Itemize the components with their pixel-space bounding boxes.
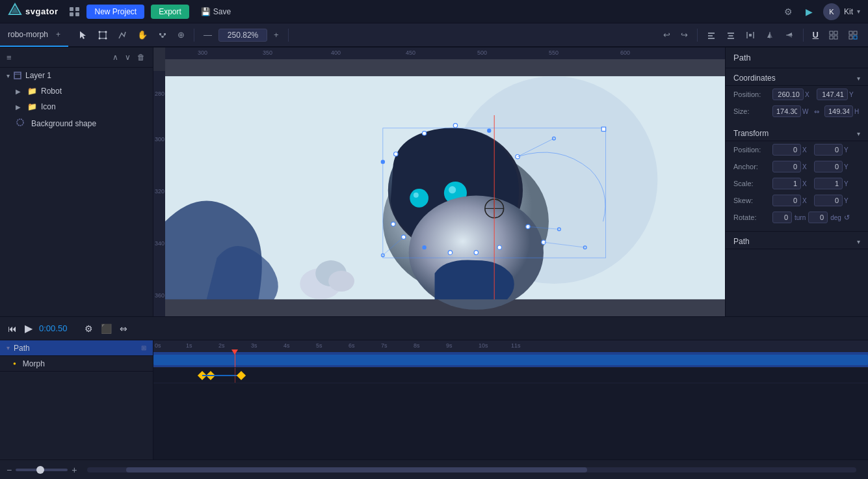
size-label: Size: xyxy=(733,107,772,115)
canvas-area: 300 350 400 450 500 550 600 280 300 320 … xyxy=(153,48,725,316)
size-w-input[interactable] xyxy=(772,105,801,117)
time-display[interactable]: 0:00.50 xyxy=(39,323,78,333)
resize-link-icon[interactable]: ⇔ xyxy=(814,108,819,115)
new-project-button[interactable]: New Project xyxy=(86,5,144,19)
anchor-x-input[interactable] xyxy=(772,161,801,172)
rotate-reset-icon[interactable]: ↺ xyxy=(844,213,850,222)
zoom-in-btn[interactable]: + xyxy=(270,27,283,42)
anchor-y-input[interactable] xyxy=(814,161,843,172)
delete-layer-button[interactable]: 🗑 xyxy=(136,51,146,63)
zoom-slider[interactable] xyxy=(16,469,68,471)
svg-rect-32 xyxy=(849,31,852,34)
layer-item-icon[interactable]: ▶ 📁 Icon xyxy=(0,99,153,115)
svg-point-68 xyxy=(474,251,478,254)
layer1-name: Layer 1 xyxy=(25,71,51,80)
timeline-settings-button[interactable]: ⚙ xyxy=(83,322,94,335)
position-x-input[interactable] xyxy=(772,89,804,100)
top-bar: svgator New Project Export 💾 Save ⚙ ▶ K … xyxy=(0,0,868,23)
timeline-bounce-button[interactable]: ⇔ xyxy=(118,322,129,335)
file-tab[interactable]: robo-morph + xyxy=(0,23,68,47)
scale-y-input[interactable] xyxy=(814,178,843,189)
main-area: ≡ ∧ ∨ 🗑 ▾ Layer 1 ▶ 📁 Robot ▶ 📁 Icon xyxy=(0,48,868,316)
path-layer-options-icon[interactable]: ⊞ xyxy=(141,344,146,351)
timeline-main: ▾ Path ⊞ ● Morph 0s 1s 2s 3s 4s 5s 6s 7s xyxy=(0,340,868,459)
export-button[interactable]: Export xyxy=(151,5,189,19)
size-w-axis: W xyxy=(802,108,809,115)
collapse-layers-button[interactable]: ∧ xyxy=(111,51,120,63)
zoom-in-tool[interactable]: ⊕ xyxy=(174,27,189,42)
anchor-y-axis: Y xyxy=(844,163,850,171)
transform-section-header[interactable]: Transform ▾ xyxy=(726,124,868,141)
play-button[interactable]: ▶ xyxy=(23,321,34,336)
file-tab-add-button[interactable]: + xyxy=(56,30,60,39)
path-section-header[interactable]: Path ▾ xyxy=(726,231,868,249)
svg-rect-21 xyxy=(749,34,752,36)
transform-pos-x-input[interactable] xyxy=(772,144,801,156)
svg-point-56 xyxy=(381,159,385,163)
position-y-input[interactable] xyxy=(817,89,848,100)
rotate-deg-input[interactable] xyxy=(808,212,828,223)
distribute-button[interactable] xyxy=(742,28,759,42)
scale-x-input[interactable] xyxy=(772,178,801,189)
skew-y-input[interactable] xyxy=(814,195,843,206)
node-tool[interactable] xyxy=(154,28,171,42)
hand-tool[interactable]: ✋ xyxy=(133,27,151,42)
underline-button[interactable]: U xyxy=(809,27,822,42)
layers-menu-icon[interactable]: ≡ xyxy=(7,53,12,62)
timeline-layer-path[interactable]: ▾ Path ⊞ xyxy=(0,340,153,356)
canvas-content[interactable] xyxy=(165,59,725,316)
path-edit-tool[interactable] xyxy=(114,28,131,42)
keyframe-end[interactable] xyxy=(237,371,246,380)
align-center-button[interactable] xyxy=(722,28,739,42)
skew-x-input[interactable] xyxy=(772,195,801,206)
layer-item-robot[interactable]: ▶ 📁 Robot xyxy=(0,83,153,99)
size-h-group: H xyxy=(824,105,861,117)
layer-item-layer1[interactable]: ▾ Layer 1 xyxy=(0,68,153,83)
timeline-scrollbar[interactable] xyxy=(87,467,856,472)
save-button[interactable]: 💾 Save xyxy=(196,5,236,19)
zoom-out-tool[interactable]: — xyxy=(200,27,216,42)
flip-h-button[interactable] xyxy=(761,28,778,42)
align-left-button[interactable] xyxy=(703,28,720,42)
more-options-button[interactable] xyxy=(845,28,861,42)
ruler-0s: 0s xyxy=(155,342,161,349)
transform-pos-y-input[interactable] xyxy=(814,144,843,156)
scale-y-axis: Y xyxy=(844,180,850,187)
rotate-val-input[interactable] xyxy=(772,212,792,223)
timeline-tracks xyxy=(153,352,868,383)
undo-button[interactable]: ↩ xyxy=(659,27,674,42)
timeline-scrollbar-thumb[interactable] xyxy=(126,467,588,472)
expand-layers-button[interactable]: ∨ xyxy=(124,51,132,63)
zoom-plus-button[interactable]: + xyxy=(72,465,77,475)
zoom-slider-thumb[interactable] xyxy=(36,466,44,474)
layer-item-background-shape[interactable]: Background shape xyxy=(0,115,153,132)
coordinates-section-header[interactable]: Coordinates ▾ xyxy=(726,68,868,86)
logo-icon xyxy=(8,3,22,20)
user-profile[interactable]: K Kit ▾ xyxy=(823,3,860,20)
grid-overlay-button[interactable] xyxy=(825,28,842,42)
flip-v-button[interactable] xyxy=(781,28,798,42)
svg-rect-34 xyxy=(849,36,852,39)
svg-rect-15 xyxy=(708,38,715,39)
playhead-line-morph xyxy=(235,368,235,383)
settings-icon-button[interactable]: ⚙ xyxy=(782,5,795,18)
select-tool[interactable] xyxy=(75,28,92,42)
coordinates-collapse-icon: ▾ xyxy=(857,75,860,82)
zoom-display[interactable]: 250.82% xyxy=(218,29,267,42)
apps-grid-icon[interactable] xyxy=(70,7,80,16)
timeline-loop-button[interactable]: ⬛ xyxy=(99,322,113,335)
avatar: K xyxy=(823,3,840,20)
play-preview-button[interactable]: ▶ xyxy=(803,5,815,18)
go-to-start-button[interactable]: ⏮ xyxy=(7,322,18,335)
svg-rect-31 xyxy=(834,36,837,39)
size-h-input[interactable] xyxy=(824,105,853,117)
path-layer-expand-icon[interactable]: ▾ xyxy=(7,344,10,351)
horizontal-ruler: 300 350 400 450 500 550 600 xyxy=(165,48,725,59)
t-pos-y-group: Y xyxy=(814,144,850,156)
redo-button[interactable]: ↪ xyxy=(677,27,692,42)
svg-point-38 xyxy=(17,119,23,126)
zoom-minus-button[interactable]: − xyxy=(7,465,12,475)
transform-tool[interactable] xyxy=(94,28,111,42)
timeline-layer-morph[interactable]: ● Morph xyxy=(0,356,153,372)
canvas-viewport: 280 300 320 340 360 xyxy=(153,59,725,316)
